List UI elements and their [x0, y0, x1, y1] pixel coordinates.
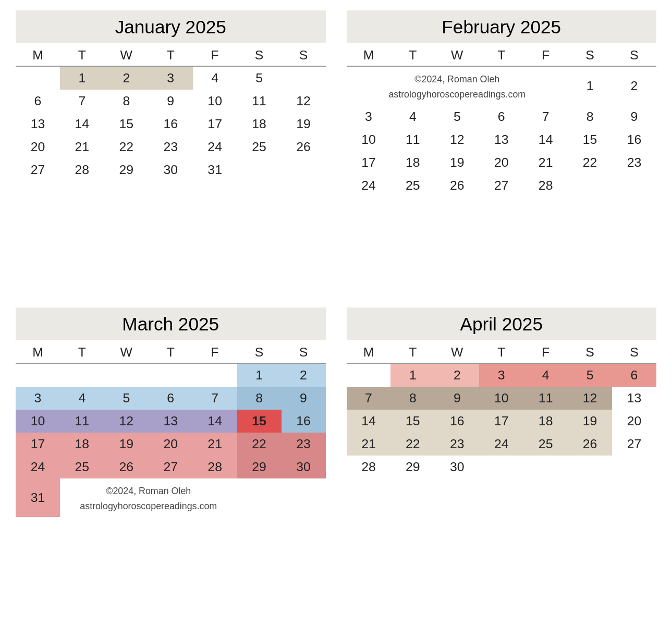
- list-item: 27: [16, 158, 60, 181]
- mar-mon: M: [16, 340, 60, 363]
- list-item: 21: [523, 151, 568, 174]
- table-row: 1 2 3 4 5 6: [347, 363, 657, 387]
- list-item: 25: [60, 456, 104, 478]
- list-item: 30: [435, 456, 479, 478]
- list-item: [568, 174, 612, 197]
- list-item: 15: [104, 113, 149, 136]
- copyright-feb: ©2024, Roman Oleh astrologyhoroscoperead…: [347, 66, 568, 105]
- list-item: 15: [390, 410, 435, 433]
- list-item: 30: [282, 456, 326, 478]
- list-item: 19: [104, 433, 149, 456]
- jan-wed: W: [104, 43, 149, 66]
- list-item: 7: [523, 105, 568, 128]
- table-row: 28 29 30: [347, 456, 657, 478]
- list-item: 9: [612, 105, 656, 128]
- list-item: 8: [568, 105, 612, 128]
- list-item: 17: [16, 433, 60, 456]
- list-item: 28: [60, 158, 104, 181]
- copyright-march: ©2024, Roman Oleh astrologyhoroscoperead…: [60, 478, 237, 517]
- list-item: 12: [435, 128, 479, 151]
- list-item: [523, 456, 568, 478]
- list-item: 3: [16, 387, 60, 410]
- list-item: 28: [347, 456, 391, 478]
- list-item: [237, 478, 282, 517]
- table-row: 10 11 12 13 14 15 16: [347, 128, 657, 151]
- february-calendar: February 2025 M T W T F S S ©2024, Roman…: [336, 5, 667, 302]
- list-item: 2: [282, 363, 326, 387]
- table-row: 24 25 26 27 28: [347, 174, 657, 197]
- table-row: 14 15 16 17 18 19 20: [347, 410, 657, 433]
- list-item: 22: [104, 136, 149, 158]
- table-row: 21 22 23 24 25 26 27: [347, 433, 657, 456]
- list-item: 2: [612, 66, 656, 105]
- list-item: 8: [390, 387, 435, 410]
- table-row: 3 4 5 6 7 8 9: [16, 387, 326, 410]
- list-item: 5: [568, 363, 612, 387]
- list-item: 22: [568, 151, 612, 174]
- list-item: [479, 456, 523, 478]
- list-item: 20: [16, 136, 60, 158]
- jan-sun: S: [282, 43, 326, 66]
- list-item: 6: [149, 387, 193, 410]
- list-item: 16: [149, 113, 193, 136]
- list-item: 14: [523, 128, 568, 151]
- apr-mon: M: [347, 340, 391, 363]
- mar-sun: S: [282, 340, 326, 363]
- list-item: 20: [149, 433, 193, 456]
- mar-thu: T: [149, 340, 193, 363]
- list-item: 16: [612, 128, 656, 151]
- list-item: [104, 363, 149, 387]
- table-row: 1 2: [16, 363, 326, 387]
- march-title: March 2025: [16, 308, 326, 340]
- apr-fri: F: [523, 340, 568, 363]
- list-item: [612, 174, 656, 197]
- list-item: 20: [612, 410, 656, 433]
- list-item: 21: [60, 136, 104, 158]
- list-item: 1: [60, 66, 104, 90]
- list-item: 25: [523, 433, 568, 456]
- list-item: 18: [237, 113, 282, 136]
- list-item: 10: [16, 410, 60, 433]
- list-item: 29: [390, 456, 435, 478]
- list-item: 3: [347, 105, 391, 128]
- list-item: 7: [60, 90, 104, 113]
- list-item: [282, 158, 326, 181]
- march-header: M T W T F S S: [16, 340, 326, 363]
- list-item: 28: [523, 174, 568, 197]
- feb-tue: T: [390, 43, 435, 66]
- apr-wed: W: [435, 340, 479, 363]
- list-item: 22: [390, 433, 435, 456]
- feb-fri: F: [523, 43, 568, 66]
- list-item: 16: [282, 410, 326, 433]
- list-item: 8: [104, 90, 149, 113]
- table-row: 24 25 26 27 28 29 30: [16, 456, 326, 478]
- mar-fri: F: [193, 340, 237, 363]
- list-item: 15: [568, 128, 612, 151]
- list-item: 9: [149, 90, 193, 113]
- list-item: 13: [479, 128, 523, 151]
- table-row: 3 4 5 6 7 8 9: [347, 105, 657, 128]
- list-item: 2: [435, 363, 479, 387]
- list-item: 5: [104, 387, 149, 410]
- list-item: 4: [193, 66, 237, 90]
- table-row: 6 7 8 9 10 11 12: [16, 90, 326, 113]
- table-row: ©2024, Roman Oleh astrologyhoroscoperead…: [347, 66, 657, 105]
- copyright-line1: ©2024, Roman Oleh: [414, 74, 499, 84]
- list-item: 24: [347, 174, 391, 197]
- list-item: 20: [479, 151, 523, 174]
- list-item: 8: [237, 387, 282, 410]
- list-item: 18: [60, 433, 104, 456]
- list-item: 17: [479, 410, 523, 433]
- mar-sat: S: [237, 340, 282, 363]
- list-item: 17: [347, 151, 391, 174]
- list-item: 4: [390, 105, 435, 128]
- list-item: 4: [60, 387, 104, 410]
- list-item: 16: [435, 410, 479, 433]
- list-item: [237, 158, 282, 181]
- list-item: 24: [479, 433, 523, 456]
- mar-tue: T: [60, 340, 104, 363]
- copyright-line2: astrologyhoroscopereadings.com: [388, 89, 526, 100]
- list-item: 23: [282, 433, 326, 456]
- list-item: [612, 456, 656, 478]
- list-item: 26: [435, 174, 479, 197]
